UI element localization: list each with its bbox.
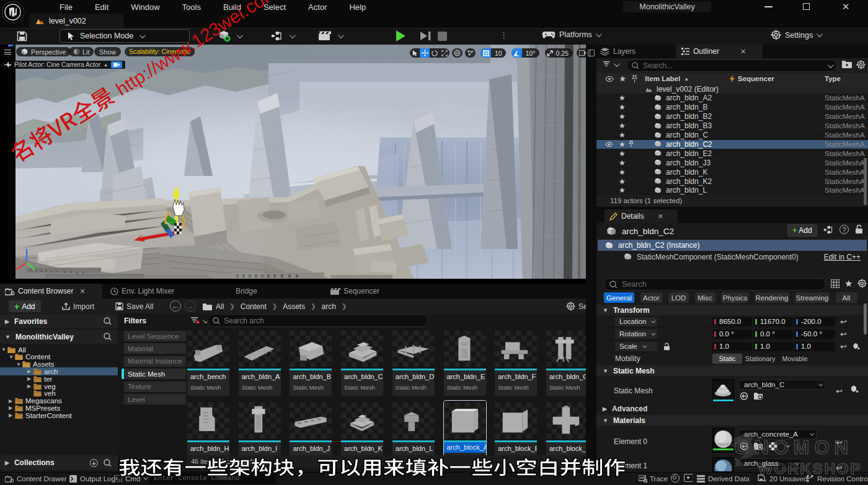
svg-text:THE: THE	[726, 442, 737, 448]
svg-text:GNOMON: GNOMON	[735, 437, 853, 458]
svg-text:http://www.123wei.com: http://www.123wei.com	[112, 0, 281, 100]
svg-text:WORKSHOP: WORKSHOP	[758, 460, 862, 477]
